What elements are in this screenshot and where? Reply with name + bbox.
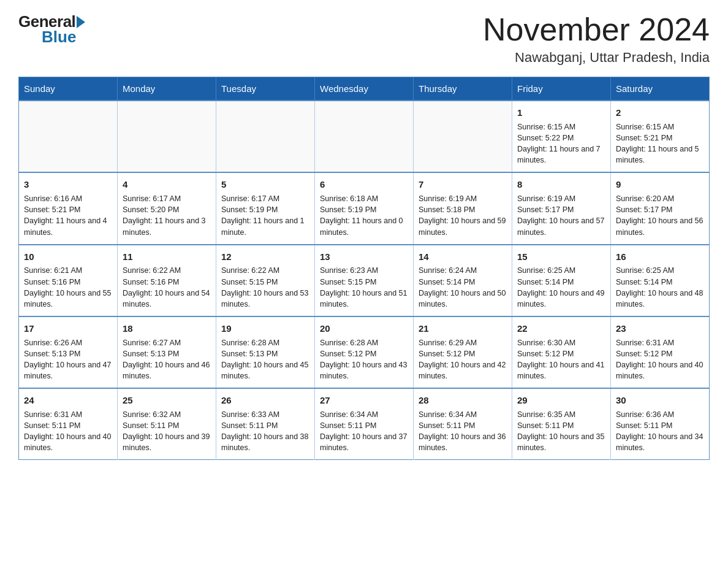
day-info: Sunrise: 6:31 AMSunset: 5:12 PMDaylight:… bbox=[616, 337, 704, 382]
calendar-cell: 8Sunrise: 6:19 AMSunset: 5:17 PMDaylight… bbox=[512, 172, 611, 244]
weekday-header-wednesday: Wednesday bbox=[315, 77, 414, 101]
day-number: 22 bbox=[517, 322, 605, 335]
calendar-cell: 27Sunrise: 6:34 AMSunset: 5:11 PMDayligh… bbox=[315, 388, 414, 460]
weekday-header-friday: Friday bbox=[512, 77, 611, 101]
day-info: Sunrise: 6:17 AMSunset: 5:19 PMDaylight:… bbox=[221, 193, 309, 238]
weekday-header-monday: Monday bbox=[118, 77, 216, 101]
day-info: Sunrise: 6:19 AMSunset: 5:17 PMDaylight:… bbox=[517, 193, 605, 238]
calendar-cell: 14Sunrise: 6:24 AMSunset: 5:14 PMDayligh… bbox=[414, 245, 512, 316]
day-info: Sunrise: 6:23 AMSunset: 5:15 PMDaylight:… bbox=[320, 265, 408, 310]
day-number: 2 bbox=[616, 106, 704, 120]
calendar-cell bbox=[19, 101, 118, 172]
day-info: Sunrise: 6:17 AMSunset: 5:20 PMDaylight:… bbox=[123, 193, 211, 238]
day-number: 18 bbox=[123, 322, 211, 335]
calendar-week-row: 3Sunrise: 6:16 AMSunset: 5:21 PMDaylight… bbox=[19, 172, 710, 244]
day-number: 11 bbox=[123, 250, 211, 264]
day-info: Sunrise: 6:24 AMSunset: 5:14 PMDaylight:… bbox=[419, 265, 507, 310]
calendar-cell bbox=[315, 101, 414, 172]
day-number: 25 bbox=[123, 394, 211, 407]
day-number: 15 bbox=[517, 250, 605, 264]
calendar-cell: 21Sunrise: 6:29 AMSunset: 5:12 PMDayligh… bbox=[414, 316, 512, 388]
day-number: 21 bbox=[419, 322, 507, 335]
title-block: November 2024 Nawabganj, Uttar Pradesh, … bbox=[483, 12, 710, 66]
day-info: Sunrise: 6:28 AMSunset: 5:12 PMDaylight:… bbox=[320, 337, 408, 382]
calendar-cell: 7Sunrise: 6:19 AMSunset: 5:18 PMDaylight… bbox=[414, 172, 512, 244]
day-info: Sunrise: 6:29 AMSunset: 5:12 PMDaylight:… bbox=[419, 337, 507, 382]
day-info: Sunrise: 6:25 AMSunset: 5:14 PMDaylight:… bbox=[517, 265, 605, 310]
day-number: 27 bbox=[320, 394, 408, 407]
calendar-cell: 19Sunrise: 6:28 AMSunset: 5:13 PMDayligh… bbox=[216, 316, 315, 388]
calendar-week-row: 17Sunrise: 6:26 AMSunset: 5:13 PMDayligh… bbox=[19, 316, 710, 388]
calendar-cell: 25Sunrise: 6:32 AMSunset: 5:11 PMDayligh… bbox=[118, 388, 216, 460]
day-number: 9 bbox=[616, 178, 704, 191]
calendar-cell: 15Sunrise: 6:25 AMSunset: 5:14 PMDayligh… bbox=[512, 245, 611, 316]
day-info: Sunrise: 6:35 AMSunset: 5:11 PMDaylight:… bbox=[517, 409, 605, 454]
day-number: 29 bbox=[517, 394, 605, 407]
calendar-cell: 17Sunrise: 6:26 AMSunset: 5:13 PMDayligh… bbox=[19, 316, 118, 388]
day-number: 28 bbox=[419, 394, 507, 407]
calendar-cell: 16Sunrise: 6:25 AMSunset: 5:14 PMDayligh… bbox=[611, 245, 710, 316]
calendar-cell: 3Sunrise: 6:16 AMSunset: 5:21 PMDaylight… bbox=[19, 172, 118, 244]
day-number: 14 bbox=[419, 250, 507, 264]
calendar-cell: 11Sunrise: 6:22 AMSunset: 5:16 PMDayligh… bbox=[118, 245, 216, 316]
calendar-cell: 1Sunrise: 6:15 AMSunset: 5:22 PMDaylight… bbox=[512, 101, 611, 172]
weekday-header-thursday: Thursday bbox=[414, 77, 512, 101]
calendar-cell bbox=[118, 101, 216, 172]
day-info: Sunrise: 6:20 AMSunset: 5:17 PMDaylight:… bbox=[616, 193, 704, 238]
weekday-header-tuesday: Tuesday bbox=[216, 77, 315, 101]
day-number: 26 bbox=[221, 394, 309, 407]
calendar-cell: 28Sunrise: 6:34 AMSunset: 5:11 PMDayligh… bbox=[414, 388, 512, 460]
day-info: Sunrise: 6:31 AMSunset: 5:11 PMDaylight:… bbox=[24, 409, 112, 454]
day-number: 12 bbox=[221, 250, 309, 264]
day-number: 10 bbox=[24, 250, 112, 264]
weekday-header-row: SundayMondayTuesdayWednesdayThursdayFrid… bbox=[19, 77, 710, 101]
page-header: General Blue November 2024 Nawabganj, Ut… bbox=[18, 12, 710, 66]
calendar-cell bbox=[414, 101, 512, 172]
day-number: 19 bbox=[221, 322, 309, 335]
calendar-cell: 29Sunrise: 6:35 AMSunset: 5:11 PMDayligh… bbox=[512, 388, 611, 460]
day-number: 8 bbox=[517, 178, 605, 191]
calendar-cell bbox=[216, 101, 315, 172]
day-info: Sunrise: 6:21 AMSunset: 5:16 PMDaylight:… bbox=[24, 265, 112, 310]
day-info: Sunrise: 6:16 AMSunset: 5:21 PMDaylight:… bbox=[24, 193, 112, 238]
calendar-cell: 30Sunrise: 6:36 AMSunset: 5:11 PMDayligh… bbox=[611, 388, 710, 460]
day-info: Sunrise: 6:36 AMSunset: 5:11 PMDaylight:… bbox=[616, 409, 704, 454]
day-info: Sunrise: 6:33 AMSunset: 5:11 PMDaylight:… bbox=[221, 409, 309, 454]
weekday-header-saturday: Saturday bbox=[611, 77, 710, 101]
calendar-title: November 2024 bbox=[483, 12, 710, 47]
day-info: Sunrise: 6:30 AMSunset: 5:12 PMDaylight:… bbox=[517, 337, 605, 382]
day-number: 17 bbox=[24, 322, 112, 335]
calendar-subtitle: Nawabganj, Uttar Pradesh, India bbox=[483, 50, 710, 66]
calendar-cell: 2Sunrise: 6:15 AMSunset: 5:21 PMDaylight… bbox=[611, 101, 710, 172]
day-number: 30 bbox=[616, 394, 704, 407]
logo-arrow-icon bbox=[77, 16, 85, 28]
day-number: 5 bbox=[221, 178, 309, 191]
calendar-cell: 22Sunrise: 6:30 AMSunset: 5:12 PMDayligh… bbox=[512, 316, 611, 388]
calendar-cell: 10Sunrise: 6:21 AMSunset: 5:16 PMDayligh… bbox=[19, 245, 118, 316]
day-info: Sunrise: 6:27 AMSunset: 5:13 PMDaylight:… bbox=[123, 337, 211, 382]
day-info: Sunrise: 6:22 AMSunset: 5:16 PMDaylight:… bbox=[123, 265, 211, 310]
day-number: 4 bbox=[123, 178, 211, 191]
day-info: Sunrise: 6:25 AMSunset: 5:14 PMDaylight:… bbox=[616, 265, 704, 310]
day-info: Sunrise: 6:34 AMSunset: 5:11 PMDaylight:… bbox=[320, 409, 408, 454]
day-number: 13 bbox=[320, 250, 408, 264]
day-info: Sunrise: 6:34 AMSunset: 5:11 PMDaylight:… bbox=[419, 409, 507, 454]
day-info: Sunrise: 6:22 AMSunset: 5:15 PMDaylight:… bbox=[221, 265, 309, 310]
day-number: 6 bbox=[320, 178, 408, 191]
day-info: Sunrise: 6:18 AMSunset: 5:19 PMDaylight:… bbox=[320, 193, 408, 238]
calendar-cell: 23Sunrise: 6:31 AMSunset: 5:12 PMDayligh… bbox=[611, 316, 710, 388]
logo-blue: Blue bbox=[42, 28, 76, 47]
day-info: Sunrise: 6:28 AMSunset: 5:13 PMDaylight:… bbox=[221, 337, 309, 382]
calendar-cell: 24Sunrise: 6:31 AMSunset: 5:11 PMDayligh… bbox=[19, 388, 118, 460]
calendar-table: SundayMondayTuesdayWednesdayThursdayFrid… bbox=[18, 77, 710, 460]
calendar-week-row: 24Sunrise: 6:31 AMSunset: 5:11 PMDayligh… bbox=[19, 388, 710, 460]
calendar-body: 1Sunrise: 6:15 AMSunset: 5:22 PMDaylight… bbox=[19, 101, 710, 460]
day-info: Sunrise: 6:19 AMSunset: 5:18 PMDaylight:… bbox=[419, 193, 507, 238]
calendar-week-row: 10Sunrise: 6:21 AMSunset: 5:16 PMDayligh… bbox=[19, 245, 710, 316]
day-number: 1 bbox=[517, 106, 605, 120]
weekday-header-sunday: Sunday bbox=[19, 77, 118, 101]
calendar-header: SundayMondayTuesdayWednesdayThursdayFrid… bbox=[19, 77, 710, 101]
day-info: Sunrise: 6:32 AMSunset: 5:11 PMDaylight:… bbox=[123, 409, 211, 454]
day-number: 16 bbox=[616, 250, 704, 264]
day-number: 24 bbox=[24, 394, 112, 407]
